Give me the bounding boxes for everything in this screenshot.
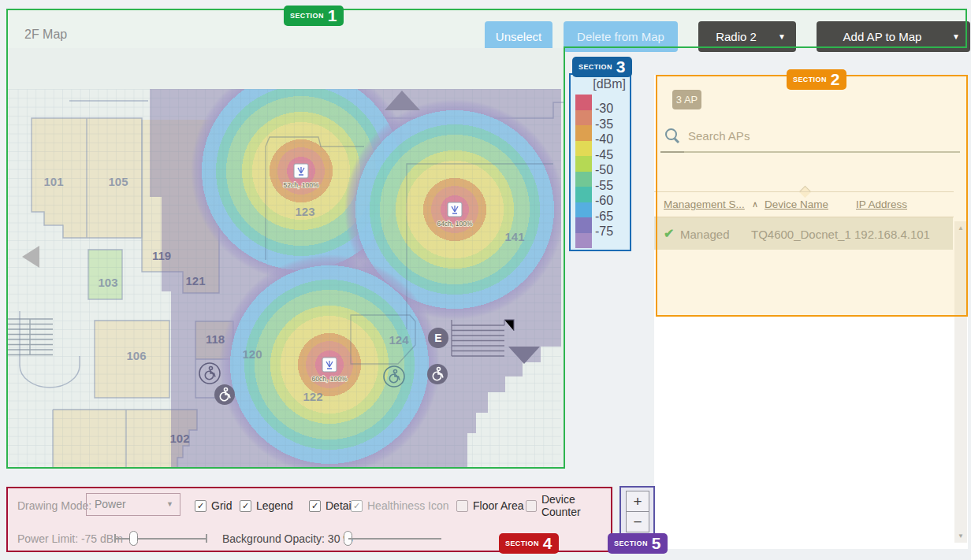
legend-label: -75 (595, 224, 627, 239)
power-limit-slider[interactable] (114, 538, 206, 540)
checkbox-box[interactable] (526, 500, 537, 512)
room-label-118: 118 (206, 332, 225, 346)
background-opacity-label: Background Opacity: 30 % (222, 528, 353, 549)
floor-map-svg: E 10110511910312112314110611812012412210… (6, 48, 565, 467)
managed-check-icon: ✔ (664, 226, 674, 241)
scrollbar[interactable]: ▲ ▼ (954, 221, 967, 543)
slider-end-tick (206, 534, 207, 543)
checkbox-grid[interactable]: ✓Grid (195, 499, 232, 512)
room-label-119: 119 (152, 249, 171, 262)
elevator-icon: E (428, 328, 448, 348)
section5-badge: SECTION5 (608, 533, 668, 554)
column-header-device-name[interactable]: Device Name (765, 198, 828, 210)
checkbox-label: Grid (211, 499, 232, 512)
table-row[interactable]: ✔ Managed TQ4600_Docnet_1 192.168.4.101 (654, 217, 953, 250)
legend-title: [dBm] (593, 77, 626, 91)
legend-label: -45 (595, 148, 627, 162)
legend-label: -50 (595, 163, 627, 177)
checkbox-box[interactable]: ✓ (240, 500, 251, 512)
search-icon (665, 128, 677, 140)
checkbox-healthiness-icon: ✓Healthiness Icon (351, 499, 449, 512)
cell-device-name: TQ4600_Docnet_1 (751, 228, 851, 241)
drawing-mode-select[interactable]: Power ▼ (86, 493, 180, 516)
room-label-103: 103 (98, 276, 117, 289)
chevron-down-icon: ▼ (778, 32, 786, 41)
room-label-105: 105 (108, 175, 128, 188)
room-label-141: 141 (504, 230, 524, 243)
zoom-out-button[interactable]: − (626, 511, 649, 532)
floor-map-canvas[interactable]: E 10110511910312112314110611812012412210… (6, 48, 565, 467)
checkbox-box[interactable]: ✓ (195, 500, 206, 512)
legend-swatch (575, 187, 592, 202)
room-label-121: 121 (185, 274, 205, 287)
checkbox-device-counter[interactable]: Device Counter (526, 499, 611, 512)
ap-channel-label: 64ch, 100% (437, 220, 473, 228)
cell-management-status: Managed (680, 228, 730, 241)
legend-swatch (575, 217, 592, 233)
section4-badge: SECTION4 (499, 533, 559, 554)
legend-swatch (575, 172, 592, 187)
column-header-ip-address[interactable]: IP Address (856, 198, 907, 210)
checkbox-legend[interactable]: ✓Legend (240, 499, 293, 512)
column-header-management[interactable]: Management S... (664, 198, 745, 210)
scroll-down-icon[interactable]: ▼ (954, 532, 967, 540)
svg-text:E: E (434, 332, 441, 344)
section1-border (564, 46, 565, 469)
legend-swatch (575, 95, 592, 110)
section1-border (6, 467, 565, 469)
search-input[interactable]: Search APs (688, 129, 750, 143)
checkbox-label: Floor Area (473, 499, 524, 512)
checkbox-box[interactable] (456, 500, 468, 512)
sort-asc-icon[interactable]: ∧ (752, 199, 758, 210)
section1-border (965, 9, 967, 48)
delete-label: Delete from Map (577, 30, 664, 43)
wheelchair-icon (427, 364, 448, 384)
wheelchair-icon (214, 384, 235, 405)
section2-badge: SECTION2 (787, 69, 846, 90)
legend-label: -65 (595, 210, 627, 224)
room-label-102: 102 (169, 432, 189, 445)
map-grid (8, 89, 561, 467)
background-opacity-slider[interactable] (348, 538, 441, 540)
section1-border (6, 9, 967, 10)
legend-label: -55 (595, 179, 627, 193)
zoom-in-button[interactable]: + (626, 491, 649, 512)
checkbox-box[interactable]: ✓ (309, 500, 321, 512)
legend-label: -30 (595, 102, 627, 116)
power-limit-slider-handle[interactable] (129, 531, 138, 546)
section3-badge: SECTION3 (572, 57, 632, 77)
legend-label: -35 (595, 117, 627, 132)
legend-swatch (575, 141, 592, 157)
section1-border (6, 9, 8, 469)
chevron-down-icon: ▼ (166, 500, 173, 508)
drawing-mode-value: Power (95, 498, 126, 510)
room-label-123: 123 (295, 205, 314, 218)
section1-border (564, 46, 967, 48)
page-title: 2F Map (24, 28, 67, 42)
radio-label: Radio 2 (716, 30, 757, 43)
dbm-legend: [dBm] -30-35-40-45-50-55-60-65-75 (569, 73, 631, 251)
cell-ip-address: 192.168.4.101 (854, 228, 930, 241)
drawing-mode-label: Drawing Mode: (17, 495, 91, 517)
add-ap-label: Add AP to Map (843, 30, 922, 43)
table-top-border (654, 191, 954, 192)
room-label-106: 106 (126, 349, 146, 362)
legend-label: -60 (595, 194, 627, 208)
room-label-122: 122 (303, 390, 322, 403)
app-root: 2F Map Unselect Delete from Map Radio 2 … (0, 0, 971, 560)
unselect-label: Unselect (496, 30, 541, 43)
ap-channel-label: 52ch, 100% (284, 181, 319, 189)
legend-label: -40 (595, 132, 627, 146)
legend-swatch (575, 156, 592, 172)
room-label-124: 124 (389, 333, 409, 347)
section1-badge: SECTION1 (284, 6, 344, 26)
legend-swatch (575, 233, 592, 249)
checkbox-floor-area[interactable]: Floor Area (456, 499, 524, 512)
zoom-controls: + − (619, 486, 655, 538)
checkbox-label: Device Counter (541, 493, 611, 518)
legend-swatch (575, 110, 592, 126)
power-limit-label: Power Limit: -75 dBm (17, 528, 123, 549)
scroll-up-icon[interactable]: ▲ (954, 224, 967, 232)
checkbox-label: Healthiness Icon (367, 499, 449, 512)
room-label-101: 101 (43, 175, 63, 188)
